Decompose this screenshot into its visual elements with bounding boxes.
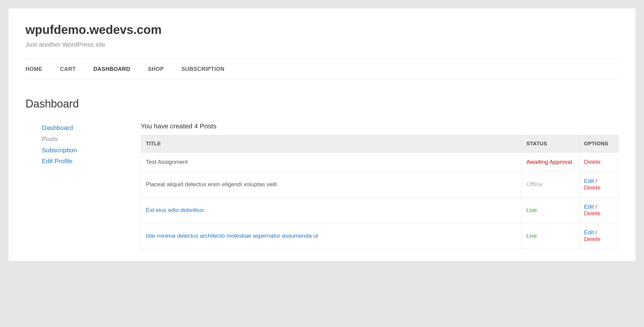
col-status: STATUS bbox=[522, 135, 579, 153]
page-title: Dashboard bbox=[25, 97, 619, 110]
col-title: TITLE bbox=[141, 135, 522, 153]
nav-item-cart[interactable]: CART bbox=[60, 66, 76, 72]
dash-nav-item-edit-profile[interactable]: Edit Profile bbox=[42, 156, 129, 167]
edit-link[interactable]: Edit bbox=[584, 229, 594, 236]
site-container: wpufdemo.wedevs.com Just another WordPre… bbox=[8, 8, 636, 261]
table-row: Iste minima delectus architecto molestia… bbox=[141, 223, 619, 249]
edit-link[interactable]: Edit bbox=[584, 178, 594, 184]
nav-item-subscription[interactable]: SUBSCRIPTION bbox=[182, 66, 225, 72]
post-status: Offline bbox=[522, 172, 579, 197]
delete-link[interactable]: Delete bbox=[584, 236, 601, 242]
post-title[interactable]: Est eius odio doloribus bbox=[141, 197, 522, 223]
table-row: Test AssignmentAwaiting ApprovalDelete bbox=[141, 153, 619, 172]
nav-item-dashboard[interactable]: DASHBOARD bbox=[93, 66, 130, 72]
post-options: Edit / Delete bbox=[579, 172, 619, 197]
dash-nav-item-subscription[interactable]: Subscription bbox=[42, 145, 129, 156]
content-wrap: DashboardPostsSubscriptionEdit Profile Y… bbox=[25, 122, 619, 249]
table-row: Placeat aliquid delectus enim eligendi v… bbox=[141, 172, 619, 197]
post-title: Test Assignment bbox=[141, 153, 522, 172]
post-options: Delete bbox=[579, 153, 619, 172]
table-row: Est eius odio doloribusLiveEdit / Delete bbox=[141, 197, 619, 223]
post-options: Edit / Delete bbox=[579, 223, 619, 249]
posts-heading: You have created 4 Posts bbox=[141, 122, 619, 130]
option-separator: / bbox=[594, 178, 597, 184]
delete-link[interactable]: Delete bbox=[584, 210, 601, 216]
nav-item-shop[interactable]: SHOP bbox=[148, 66, 164, 72]
option-separator: / bbox=[594, 229, 597, 236]
posts-section: You have created 4 Posts TITLE STATUS OP… bbox=[141, 122, 619, 249]
dashboard-nav: DashboardPostsSubscriptionEdit Profile bbox=[25, 122, 129, 249]
post-status: Live bbox=[522, 197, 579, 223]
post-status: Awaiting Approval bbox=[522, 153, 579, 172]
site-title: wpufdemo.wedevs.com bbox=[25, 23, 619, 37]
main-nav: HOMECARTDASHBOARDSHOPSUBSCRIPTION bbox=[25, 59, 619, 79]
option-separator: / bbox=[594, 203, 597, 210]
post-title[interactable]: Iste minima delectus architecto molestia… bbox=[141, 223, 522, 249]
post-title: Placeat aliquid delectus enim eligendi v… bbox=[141, 172, 522, 197]
post-status: Live bbox=[522, 223, 579, 249]
post-options: Edit / Delete bbox=[579, 197, 619, 223]
site-description: Just another WordPress site bbox=[25, 41, 619, 48]
posts-table: TITLE STATUS OPTIONS Test AssignmentAwai… bbox=[141, 135, 619, 249]
delete-link[interactable]: Delete bbox=[584, 184, 601, 191]
edit-link[interactable]: Edit bbox=[584, 203, 594, 210]
delete-link[interactable]: Delete bbox=[584, 159, 601, 165]
nav-item-home[interactable]: HOME bbox=[25, 66, 42, 72]
col-options: OPTIONS bbox=[579, 135, 619, 153]
dash-nav-item-dashboard[interactable]: Dashboard bbox=[42, 122, 129, 134]
dash-nav-item-posts[interactable]: Posts bbox=[42, 134, 129, 145]
